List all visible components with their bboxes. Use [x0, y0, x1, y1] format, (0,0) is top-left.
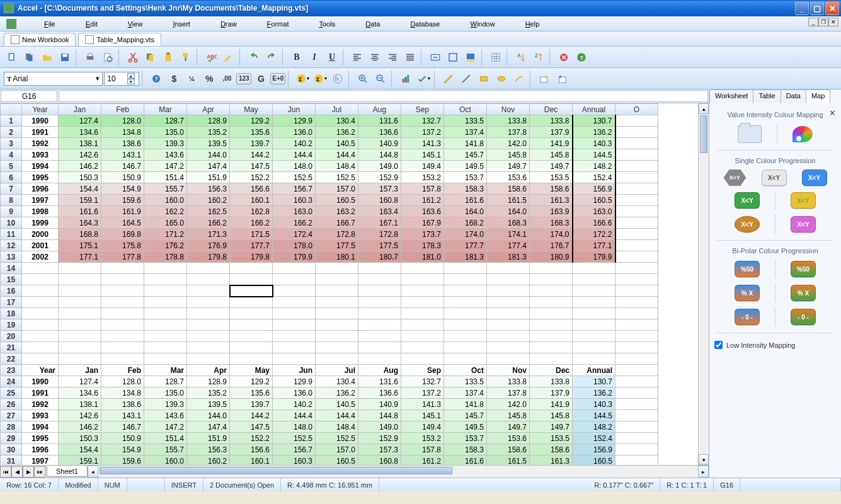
cell[interactable]: 160.8: [358, 195, 401, 206]
cell[interactable]: 172.8: [358, 229, 401, 240]
cell[interactable]: [401, 331, 444, 342]
cell[interactable]: 160.5: [573, 455, 615, 466]
cell[interactable]: [187, 331, 230, 342]
cell[interactable]: 178.8: [144, 251, 187, 263]
sheet-nav-last[interactable]: ⏭: [34, 466, 45, 478]
currency-button[interactable]: $: [166, 71, 182, 87]
cell[interactable]: 157.3: [358, 444, 401, 455]
cell[interactable]: 164.0: [487, 206, 530, 217]
redo-icon[interactable]: [263, 49, 280, 66]
cell[interactable]: 157.8: [401, 444, 444, 455]
align-left-icon[interactable]: [349, 49, 365, 66]
cell[interactable]: 158.6: [487, 183, 530, 195]
cell[interactable]: 169.8: [101, 229, 144, 240]
cell[interactable]: [401, 353, 444, 365]
ellipse-icon[interactable]: [493, 71, 510, 87]
cell[interactable]: [401, 274, 444, 285]
cell[interactable]: 140.2: [273, 399, 316, 410]
cell[interactable]: 141.9: [530, 399, 573, 410]
cell[interactable]: 147.2: [144, 421, 187, 433]
cell[interactable]: 148.2: [573, 421, 615, 433]
progression-grey-button[interactable]: X<Y: [724, 169, 747, 186]
cell[interactable]: [101, 297, 144, 308]
cell[interactable]: [530, 319, 573, 331]
cell[interactable]: 145.7: [444, 410, 487, 421]
cell[interactable]: 156.3: [187, 444, 230, 455]
cell[interactable]: [401, 342, 444, 353]
align-right-icon[interactable]: [384, 49, 401, 66]
cell[interactable]: [22, 308, 59, 319]
help-icon[interactable]: ?: [573, 49, 590, 66]
cell[interactable]: [230, 353, 273, 365]
cell[interactable]: [401, 308, 444, 319]
cell[interactable]: 162.8: [230, 206, 273, 217]
cell[interactable]: 179.9: [273, 251, 316, 263]
cell[interactable]: [487, 319, 530, 331]
cell[interactable]: [230, 319, 273, 331]
side-tab-worksheet[interactable]: Worksheet: [709, 89, 753, 103]
cell[interactable]: 145.1: [401, 149, 444, 161]
cell[interactable]: 142.6: [59, 149, 101, 161]
cell[interactable]: [59, 353, 101, 365]
cell[interactable]: 153.7: [444, 433, 487, 444]
row-header[interactable]: 17: [1, 297, 22, 308]
cell[interactable]: 166.2: [187, 217, 230, 229]
cell[interactable]: [573, 285, 615, 297]
cell[interactable]: 150.3: [59, 433, 101, 444]
cell[interactable]: 156.7: [273, 183, 316, 195]
cell[interactable]: [444, 319, 487, 331]
sum-icon[interactable]: Σ▾: [294, 71, 311, 87]
cell[interactable]: [530, 274, 573, 285]
cell[interactable]: [187, 353, 230, 365]
cell[interactable]: 161.6: [444, 455, 487, 466]
progression-bronze-button[interactable]: X<Y: [735, 216, 760, 232]
zoom-in-icon[interactable]: [355, 71, 371, 87]
progression-white-button[interactable]: X<Y: [762, 169, 787, 186]
chart-icon[interactable]: [398, 71, 414, 87]
borders-icon[interactable]: [445, 49, 461, 66]
cell[interactable]: 146.7: [101, 161, 144, 172]
cell[interactable]: [144, 342, 187, 353]
cell[interactable]: 163.2: [316, 206, 358, 217]
cell[interactable]: [358, 319, 401, 331]
cell[interactable]: [316, 353, 358, 365]
cell[interactable]: [573, 274, 615, 285]
cell[interactable]: [615, 308, 658, 319]
cell[interactable]: [401, 297, 444, 308]
cell[interactable]: 163.0: [573, 206, 615, 217]
cell[interactable]: [401, 285, 444, 297]
cell[interactable]: May: [230, 365, 273, 376]
grid-icon[interactable]: [488, 49, 504, 66]
cell[interactable]: 137.4: [444, 127, 487, 138]
cell[interactable]: [487, 342, 530, 353]
cell[interactable]: 145.8: [530, 149, 573, 161]
cell[interactable]: 147.2: [144, 161, 187, 172]
cell[interactable]: [316, 297, 358, 308]
col-header[interactable]: Oct: [444, 104, 487, 115]
cell[interactable]: 152.2: [230, 433, 273, 444]
cell[interactable]: 166.7: [316, 217, 358, 229]
bipolar-50-blue-button[interactable]: %50: [735, 261, 760, 277]
cell[interactable]: [144, 353, 187, 365]
cell[interactable]: 162.5: [187, 206, 230, 217]
cell[interactable]: [22, 353, 59, 365]
cell[interactable]: 160.3: [273, 455, 316, 466]
cell[interactable]: 180.1: [316, 251, 358, 263]
cell[interactable]: 135.2: [187, 127, 230, 138]
merge-cells-icon[interactable]: [427, 49, 443, 66]
row-header[interactable]: 22: [1, 353, 22, 365]
zoom-out-icon[interactable]: [372, 71, 389, 87]
cell[interactable]: 137.9: [530, 387, 573, 399]
cell[interactable]: 162.2: [144, 206, 187, 217]
bipolar-x-blue-button[interactable]: % X: [735, 285, 760, 301]
row-header[interactable]: 2: [1, 127, 22, 138]
cell[interactable]: 178.3: [401, 240, 444, 251]
formula-input[interactable]: [59, 90, 708, 102]
cell[interactable]: 154.9: [101, 183, 144, 195]
cell[interactable]: [316, 331, 358, 342]
row-header[interactable]: 30: [1, 444, 22, 455]
cell[interactable]: 167.9: [401, 217, 444, 229]
number-button[interactable]: 123: [236, 73, 251, 84]
cell[interactable]: [530, 263, 573, 274]
cell[interactable]: 152.5: [273, 433, 316, 444]
